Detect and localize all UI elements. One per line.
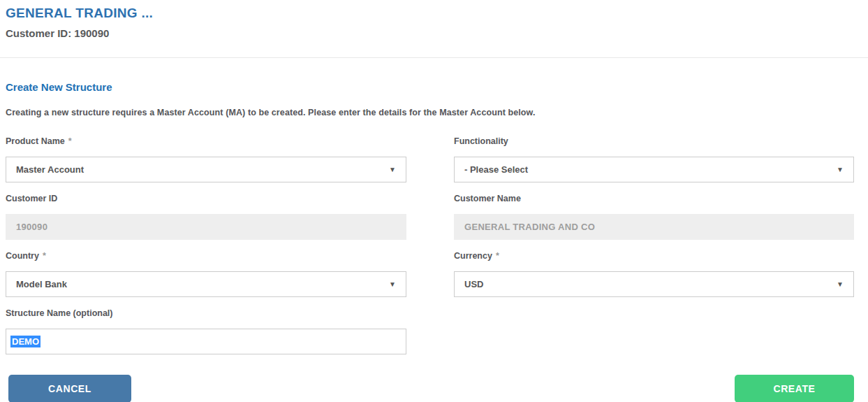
- page: GENERAL TRADING ... Customer ID: 190090 …: [0, 0, 868, 402]
- field-functionality: Functionality - Please Select ▼: [454, 136, 854, 182]
- create-button[interactable]: CREATE: [735, 375, 854, 402]
- product-name-label-text: Product Name: [6, 136, 65, 146]
- currency-select-value: USD: [464, 279, 483, 289]
- field-customer-name: Customer Name GENERAL TRADING AND CO: [454, 194, 854, 240]
- functionality-select-value: - Please Select: [464, 164, 528, 175]
- field-structure-name: Structure Name (optional) DEMO: [6, 308, 406, 354]
- structure-name-label: Structure Name (optional): [6, 308, 406, 318]
- structure-name-input[interactable]: DEMO: [6, 329, 406, 354]
- structure-name-selected-value: DEMO: [10, 336, 41, 347]
- functionality-label-text: Functionality: [454, 136, 508, 146]
- grid-spacer: [454, 308, 854, 366]
- required-asterisk: *: [68, 136, 72, 146]
- functionality-label: Functionality: [454, 136, 854, 146]
- product-name-label: Product Name*: [6, 136, 406, 146]
- customer-id-label-text: Customer ID: [6, 194, 57, 203]
- country-select-value: Model Bank: [16, 279, 67, 289]
- customer-name-label-text: Customer Name: [454, 194, 521, 203]
- required-asterisk: *: [496, 251, 499, 261]
- country-label: Country*: [6, 251, 406, 261]
- functionality-select[interactable]: - Please Select ▼: [454, 157, 854, 182]
- section-heading: Create New Structure: [6, 81, 854, 93]
- cancel-button[interactable]: CANCEL: [8, 375, 131, 402]
- structure-name-label-text: Structure Name (optional): [6, 308, 113, 318]
- header-divider: [0, 57, 868, 58]
- customer-id-input-disabled: 190090: [6, 214, 406, 240]
- chevron-down-icon: ▼: [389, 281, 396, 288]
- chevron-down-icon: ▼: [837, 281, 844, 288]
- country-label-text: Country: [6, 251, 39, 261]
- customer-id-label: Customer ID: [6, 194, 406, 203]
- field-country: Country* Model Bank ▼: [6, 251, 406, 297]
- field-product-name: Product Name* Master Account ▼: [6, 136, 406, 182]
- currency-label: Currency*: [454, 251, 854, 261]
- form-actions: CANCEL CREATE: [6, 375, 854, 402]
- page-title: GENERAL TRADING ...: [6, 6, 854, 21]
- customer-name-input-disabled: GENERAL TRADING AND CO: [454, 214, 854, 240]
- customer-id-subtitle: Customer ID: 190090: [6, 27, 854, 39]
- currency-label-text: Currency: [454, 251, 492, 261]
- required-asterisk: *: [43, 251, 46, 261]
- field-currency: Currency* USD ▼: [454, 251, 854, 297]
- create-structure-form: Product Name* Master Account ▼ Functiona…: [6, 136, 854, 366]
- customer-name-label: Customer Name: [454, 194, 854, 203]
- product-name-select-value: Master Account: [16, 164, 84, 175]
- currency-select[interactable]: USD ▼: [454, 271, 854, 297]
- chevron-down-icon: ▼: [837, 166, 844, 173]
- chevron-down-icon: ▼: [389, 166, 396, 173]
- product-name-select[interactable]: Master Account ▼: [6, 157, 406, 182]
- country-select[interactable]: Model Bank ▼: [6, 271, 406, 297]
- section-description: Creating a new structure requires a Mast…: [6, 108, 854, 117]
- customer-id-value: 190090: [16, 222, 47, 232]
- field-customer-id: Customer ID 190090: [6, 194, 406, 240]
- customer-name-value: GENERAL TRADING AND CO: [464, 222, 595, 232]
